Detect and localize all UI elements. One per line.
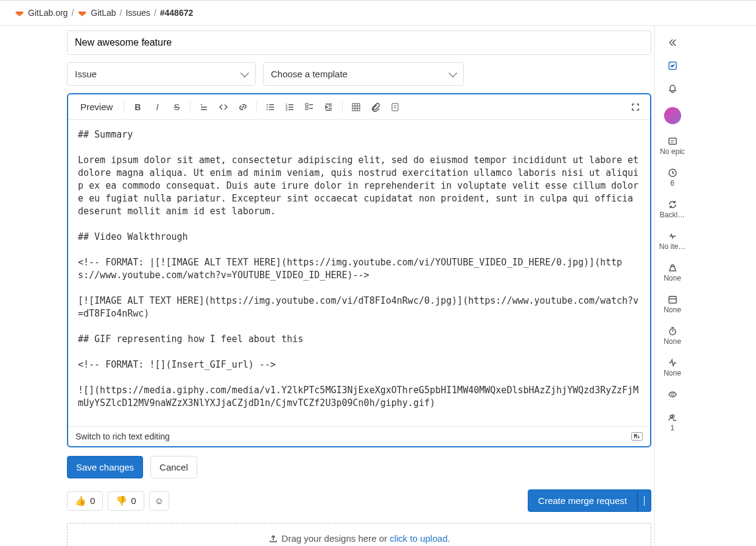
thumbs-down-button[interactable]: 👎 0 (108, 491, 144, 511)
avatar-icon (664, 107, 681, 124)
smile-icon: ☺ (155, 495, 164, 506)
cancel-button[interactable]: Cancel (150, 456, 197, 478)
iteration-icon (668, 200, 677, 209)
health-button[interactable]: No ite… (655, 225, 690, 257)
issue-type-select[interactable]: Issue (67, 62, 256, 86)
bullet-list-button[interactable] (262, 99, 279, 116)
link-button[interactable] (234, 99, 251, 116)
issue-title-input[interactable] (67, 30, 651, 55)
clock-icon (668, 168, 677, 178)
svg-point-2 (267, 109, 268, 110)
description-editor: Preview B I S 123 Switch to rich text ed… (67, 93, 651, 447)
timer-icon (668, 326, 677, 336)
breadcrumb: GitLab.org / GitLab / Issues / #448672 (0, 1, 756, 26)
svg-rect-7 (306, 107, 308, 110)
users-icon (668, 413, 677, 422)
preview-tab[interactable]: Preview (74, 98, 119, 116)
italic-button[interactable]: I (149, 99, 166, 116)
indent-button[interactable] (320, 99, 337, 116)
table-button[interactable] (348, 99, 365, 116)
create-merge-request-button[interactable]: Create merge request (528, 489, 637, 512)
svg-rect-6 (306, 103, 308, 106)
svg-text:3: 3 (285, 108, 288, 111)
markdown-help-icon[interactable]: M↓ (631, 432, 643, 441)
template-select[interactable]: Choose a template (263, 62, 464, 86)
notifications-button[interactable] (655, 78, 690, 101)
details-button[interactable] (387, 99, 404, 116)
thumbs-down-icon: 👎 (116, 495, 127, 506)
svg-point-0 (267, 104, 268, 105)
epic-button[interactable]: No epic (655, 130, 690, 162)
chevron-down-icon (449, 68, 457, 77)
thumbs-up-button[interactable]: 👍 0 (67, 491, 103, 511)
strikethrough-button[interactable]: S (168, 99, 185, 116)
designs-dropzone[interactable]: Drag your designs here or click to uploa… (67, 523, 651, 546)
svg-rect-13 (669, 138, 676, 144)
code-button[interactable] (215, 99, 232, 116)
numbered-list-button[interactable]: 123 (281, 99, 298, 116)
switch-editor-link[interactable]: Switch to rich text editing (75, 432, 170, 441)
epic-icon (668, 136, 677, 146)
activity-button[interactable]: None (655, 352, 690, 383)
bold-button[interactable]: B (129, 99, 146, 116)
assignee-avatar[interactable] (655, 101, 690, 130)
template-label: Choose a template (271, 69, 348, 79)
svg-rect-8 (352, 103, 360, 111)
issue-sidebar: No epic 6 Backl… No ite… None None None … (654, 26, 690, 546)
bell-icon (668, 84, 677, 94)
breadcrumb-issue-id[interactable]: #448672 (160, 8, 194, 18)
issue-type-label: Issue (75, 69, 97, 79)
weight-button[interactable]: None (655, 257, 690, 289)
svg-point-1 (267, 107, 268, 108)
chevron-down-icon (240, 68, 249, 77)
task-list-button[interactable] (301, 99, 318, 116)
milestone-button[interactable]: 6 (655, 162, 690, 194)
svg-rect-9 (392, 103, 398, 111)
breadcrumb-org[interactable]: GitLab.org (28, 8, 68, 18)
watch-button[interactable] (655, 383, 690, 407)
breadcrumb-project[interactable]: GitLab (91, 8, 116, 18)
description-textarea[interactable] (68, 120, 650, 424)
due-date-button[interactable]: None (655, 289, 690, 320)
collapse-sidebar-button[interactable] (655, 32, 690, 55)
svg-point-17 (671, 393, 674, 396)
thumbs-up-icon: 👍 (75, 495, 86, 506)
todo-icon (668, 61, 677, 71)
upload-icon (268, 534, 278, 544)
participants-button[interactable]: 1 (655, 407, 690, 438)
svg-rect-15 (669, 296, 676, 303)
gitlab-org-icon (15, 8, 24, 18)
chevron-double-left-icon (668, 38, 677, 47)
add-reaction-button[interactable]: ☺ (149, 491, 169, 511)
calendar-icon (668, 295, 677, 304)
eye-icon (668, 390, 677, 399)
breadcrumb-issues[interactable]: Issues (125, 8, 150, 18)
todo-button[interactable] (655, 55, 690, 78)
click-to-upload-link[interactable]: click to upload (390, 533, 447, 544)
fullscreen-button[interactable] (627, 99, 644, 116)
create-merge-request-dropdown[interactable] (637, 489, 651, 512)
weight-icon (668, 263, 677, 273)
time-tracking-button[interactable]: None (655, 320, 690, 352)
iteration-button[interactable]: Backl… (655, 194, 690, 225)
quote-button[interactable] (195, 99, 212, 116)
activity-icon (668, 358, 677, 368)
attach-button[interactable] (367, 99, 384, 116)
save-button[interactable]: Save changes (67, 456, 143, 478)
editor-toolbar: Preview B I S 123 (68, 94, 650, 120)
gitlab-project-icon (77, 8, 87, 18)
health-icon (668, 231, 677, 241)
